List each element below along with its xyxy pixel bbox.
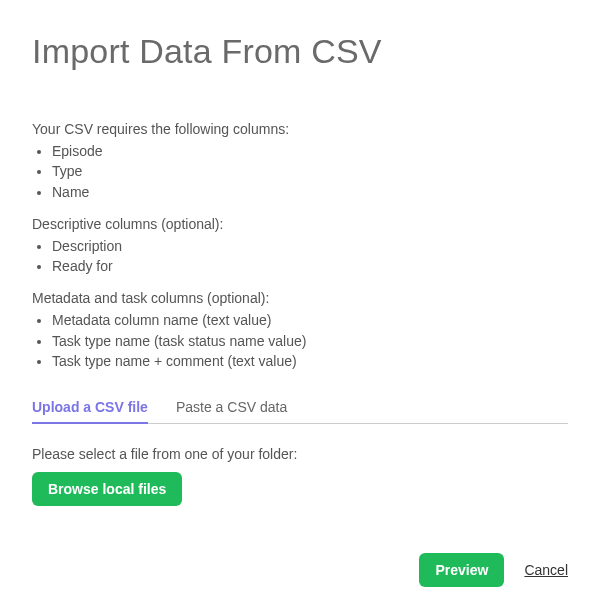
metadata-columns-label: Metadata and task columns (optional): xyxy=(32,290,568,306)
cancel-link[interactable]: Cancel xyxy=(524,562,568,578)
browse-local-files-button[interactable]: Browse local files xyxy=(32,472,182,506)
preview-button[interactable]: Preview xyxy=(419,553,504,587)
list-item: Metadata column name (text value) xyxy=(52,310,568,330)
tab-upload-csv[interactable]: Upload a CSV file xyxy=(32,393,148,423)
metadata-columns-list: Metadata column name (text value) Task t… xyxy=(32,310,568,371)
list-item: Type xyxy=(52,161,568,181)
list-item: Episode xyxy=(52,141,568,161)
list-item: Task type name + comment (text value) xyxy=(52,351,568,371)
required-columns-label: Your CSV requires the following columns: xyxy=(32,121,568,137)
required-columns-list: Episode Type Name xyxy=(32,141,568,202)
list-item: Description xyxy=(52,236,568,256)
dialog-footer: Preview Cancel xyxy=(419,553,568,587)
list-item: Name xyxy=(52,182,568,202)
descriptive-columns-list: Description Ready for xyxy=(32,236,568,277)
page-title: Import Data From CSV xyxy=(32,32,568,71)
tab-paste-csv[interactable]: Paste a CSV data xyxy=(176,393,287,423)
list-item: Ready for xyxy=(52,256,568,276)
select-file-label: Please select a file from one of your fo… xyxy=(32,446,568,462)
list-item: Task type name (task status name value) xyxy=(52,331,568,351)
descriptive-columns-label: Descriptive columns (optional): xyxy=(32,216,568,232)
tabs: Upload a CSV file Paste a CSV data xyxy=(32,393,568,424)
